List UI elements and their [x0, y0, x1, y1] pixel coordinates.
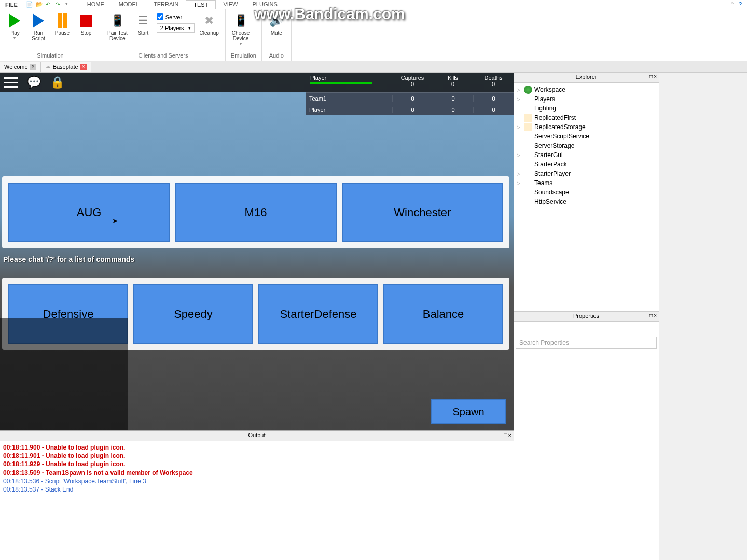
output-line: 00:18:11.901 - Unable to load plugin ico… [3, 452, 510, 460]
tree-item-serverscriptservice[interactable]: ServerScriptService [515, 132, 658, 141]
stop-button[interactable]: Stop [76, 11, 96, 37]
tab-baseplate[interactable]: ☁Baseplate× [41, 62, 91, 72]
tab-test[interactable]: TEST [186, 0, 216, 9]
tree-item-starterpack[interactable]: StarterPack [515, 160, 658, 169]
output-line: 00:18:13.509 - Team1Spawn is not a valid… [3, 469, 510, 477]
game-viewport[interactable]: 💬 🔒 Player Captures0 Kills0 Deaths0 Team… [0, 73, 514, 430]
tree-item-replicatedstorage[interactable]: ▷ReplicatedStorage [515, 122, 658, 132]
tab-model[interactable]: MODEL [112, 0, 146, 9]
tree-label: StarterGui [534, 151, 563, 159]
service-icon [524, 188, 532, 197]
tree-item-startergui[interactable]: ▷StarterGui [515, 150, 658, 160]
help-icon[interactable]: ? [739, 1, 742, 8]
tree-item-teams[interactable]: ▷Teams [515, 178, 658, 188]
cleanup-button[interactable]: ✖Cleanup [198, 11, 221, 37]
mute-button[interactable]: 🔊Mute [266, 11, 287, 37]
spawn-button[interactable]: Spawn [431, 399, 506, 424]
close-icon[interactable]: × [654, 313, 657, 318]
class-starterdefense[interactable]: StarterDefense [258, 284, 378, 344]
weapon-winchester[interactable]: Winchester [342, 183, 503, 242]
service-icon [524, 179, 532, 187]
dropdown-icon[interactable]: ▾ [65, 1, 74, 8]
tab-welcome[interactable]: Welcome× [0, 62, 41, 72]
tab-plugins[interactable]: PLUGINS [245, 0, 285, 9]
close-icon[interactable]: × [80, 64, 87, 70]
file-menu[interactable]: FILE [0, 1, 23, 9]
expand-icon[interactable]: ▷ [517, 124, 522, 130]
inventory-icon[interactable]: 🔒 [50, 76, 64, 89]
explorer-tree[interactable]: ▷Workspace▷PlayersLightingReplicatedFirs… [514, 83, 659, 311]
weapon-aug[interactable]: AUG [8, 183, 170, 242]
document-tabs: Welcome× ☁Baseplate× [0, 61, 747, 73]
tree-item-starterplayer[interactable]: ▷StarterPlayer [515, 169, 658, 178]
start-server-button[interactable]: ☰Start [133, 11, 154, 37]
pair-test-button[interactable]: 📱Pair Test Device [105, 11, 130, 43]
tree-item-workspace[interactable]: ▷Workspace [515, 85, 658, 94]
class-speedy[interactable]: Speedy [133, 284, 253, 344]
play-icon [9, 13, 20, 28]
weapons-panel: AUG M16 Winchester [2, 176, 509, 248]
properties-search[interactable]: Search Properties [516, 337, 657, 349]
tab-terrain[interactable]: TERRAIN [146, 0, 186, 9]
expand-icon[interactable]: ▷ [517, 152, 522, 158]
close-icon[interactable]: × [508, 432, 511, 438]
properties-header: Properties□× [514, 312, 659, 322]
class-balance[interactable]: Balance [383, 284, 503, 344]
run-script-button[interactable]: Run Script [28, 11, 49, 43]
service-icon [524, 114, 532, 122]
properties-toolbar [514, 322, 659, 335]
close-icon[interactable]: × [654, 74, 657, 79]
redo-icon[interactable]: ↷ [56, 1, 64, 8]
pause-button[interactable]: Pause [52, 11, 73, 37]
tree-item-replicatedfirst[interactable]: ReplicatedFirst [515, 113, 658, 122]
tree-item-soundscape[interactable]: Soundscape [515, 188, 658, 197]
scoreboard: Player Captures0 Kills0 Deaths0 Team1000… [306, 73, 514, 115]
output-panel: Output□× 00:18:11.900 - Unable to load p… [0, 430, 514, 560]
expand-icon[interactable]: ▷ [517, 87, 522, 92]
restore-icon[interactable]: □ [649, 74, 653, 79]
tree-item-lighting[interactable]: Lighting [515, 104, 658, 113]
tree-label: ServerStorage [534, 142, 574, 149]
restore-icon[interactable]: □ [649, 313, 653, 318]
tab-home[interactable]: HOME [80, 0, 112, 9]
service-icon [524, 132, 532, 141]
service-icon [524, 170, 532, 178]
menu-icon[interactable] [4, 77, 18, 88]
service-icon [524, 198, 532, 206]
expand-icon[interactable]: ▷ [517, 171, 522, 176]
open-icon[interactable]: 📂 [36, 1, 44, 8]
choose-device-button[interactable]: 📱Choose Device▾ [230, 11, 252, 47]
output-line: 00:18:13.537 - Stack End [3, 485, 510, 494]
server-checkbox[interactable] [157, 13, 163, 20]
output-line: 00:18:13.536 - Script 'Workspace.TeamStu… [3, 477, 510, 485]
tree-item-httpservice[interactable]: HttpService [515, 197, 658, 206]
tab-view[interactable]: VIEW [216, 0, 245, 9]
expand-icon[interactable]: ▷ [517, 180, 522, 186]
col-kills: Kills [435, 75, 471, 81]
players-select[interactable]: 2 Players▾ [157, 23, 195, 33]
tree-label: ReplicatedFirst [534, 114, 576, 121]
new-icon[interactable]: 📄 [26, 1, 34, 8]
play-button[interactable]: Play▾ [4, 11, 25, 41]
chat-window[interactable] [0, 318, 128, 430]
ribbon-group-label: Audio [266, 51, 287, 60]
device-icon: 📱 [109, 12, 126, 29]
undo-icon[interactable]: ↶ [46, 1, 54, 8]
tree-item-players[interactable]: ▷Players [515, 94, 658, 104]
scoreboard-row: Team1000 [306, 92, 514, 104]
close-icon[interactable]: × [30, 64, 36, 70]
weapon-m16[interactable]: M16 [175, 183, 336, 242]
service-icon [524, 95, 532, 103]
output-body[interactable]: 00:18:11.900 - Unable to load plugin ico… [0, 441, 514, 560]
tree-label: StarterPack [534, 161, 567, 168]
restore-icon[interactable]: □ [504, 432, 507, 438]
stop-icon [80, 15, 92, 27]
properties-panel: Properties□× Search Properties [514, 311, 659, 560]
tree-item-serverstorage[interactable]: ServerStorage [515, 141, 658, 150]
tree-label: Players [534, 95, 555, 103]
ribbon-tabs: HOME MODEL TERRAIN TEST VIEW PLUGINS [80, 0, 285, 9]
expand-icon[interactable]: ▷ [517, 96, 522, 102]
tree-label: Workspace [534, 86, 565, 93]
collapse-ribbon-icon[interactable]: ⌃ [730, 1, 735, 8]
chat-icon[interactable]: 💬 [27, 76, 41, 89]
